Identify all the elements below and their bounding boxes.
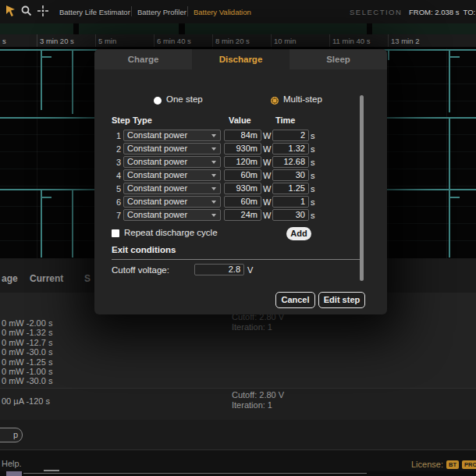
chevron-down-icon <box>211 134 216 137</box>
step-value-unit: W <box>263 171 271 180</box>
step-time-unit: s <box>311 211 315 220</box>
dialog-tab-discharge[interactable]: Discharge <box>192 49 290 69</box>
repeat-discharge-checkbox[interactable] <box>112 229 119 237</box>
status-bar: Help. License: BTPRO <box>0 449 476 472</box>
ruler-label: 8 min 20 s <box>215 37 250 45</box>
help-text[interactable]: Help. <box>2 459 22 468</box>
step-time-input[interactable]: 2 <box>272 130 309 141</box>
step-type-dropdown[interactable]: Constant power <box>123 156 221 168</box>
cutoff-voltage-input[interactable]: 2.8 <box>194 264 244 275</box>
waveform-segment <box>72 189 73 258</box>
step-value-input[interactable]: 60m <box>224 169 261 181</box>
selection-from-value: 2.038 s <box>435 8 459 16</box>
ruler-label: 13 min 2 <box>391 37 419 45</box>
repeat-discharge-label[interactable]: Repeat discharge cycle <box>124 228 218 237</box>
step-row-number: 1 <box>105 131 121 140</box>
bottom-strip-purple-segment <box>6 471 22 476</box>
step-value-unit: W <box>263 211 271 220</box>
ruler-label: 6 min 40 s <box>157 37 191 45</box>
step-value-unit: W <box>263 144 271 154</box>
step-row-number: 3 <box>105 158 121 167</box>
one-step-radio-label[interactable]: One step <box>166 94 203 104</box>
iteration-info-line: Iteration: 1 <box>232 400 272 410</box>
step-value-input[interactable]: 24m <box>224 209 261 221</box>
top-toolbar: Battery Life Estimator Battery Profiler … <box>0 0 476 24</box>
step-time-input[interactable]: 1.32 <box>272 143 309 155</box>
step-value-input[interactable]: 930m <box>224 143 261 155</box>
ruler-label: 5 min <box>98 37 116 45</box>
minimap-gap <box>73 23 79 34</box>
step-time-unit: s <box>311 158 315 167</box>
step-time-input[interactable]: 30 <box>272 209 309 221</box>
dialog-tab-charge[interactable]: Charge <box>94 49 192 69</box>
step-value-input[interactable]: 60m <box>224 196 261 208</box>
waveform-segment <box>42 197 52 198</box>
step-type-dropdown[interactable]: Constant power <box>123 183 221 194</box>
chevron-down-icon <box>211 161 216 164</box>
step-value-input[interactable]: 84m <box>224 130 261 141</box>
step-value-unit: W <box>263 131 271 140</box>
license-row: License: BTPRO <box>411 460 476 469</box>
step-value-input[interactable]: 120m <box>224 156 261 168</box>
exit-conditions-divider <box>112 259 360 260</box>
chevron-down-icon <box>211 174 216 177</box>
step-time-input[interactable]: 1 <box>272 196 309 208</box>
cutoff-voltage-unit: V <box>247 265 253 275</box>
dialog-scrollbar[interactable] <box>360 95 364 281</box>
step-row-number: 2 <box>105 144 121 154</box>
step-time-input[interactable]: 1.25 <box>272 183 309 194</box>
one-step-radio[interactable] <box>154 97 162 105</box>
tab-battery-life-estimator[interactable]: Battery Life Estimator <box>59 8 130 16</box>
multi-step-radio[interactable] <box>271 97 279 105</box>
step-type-dropdown[interactable]: Constant power <box>123 143 221 155</box>
background-step-line: 0 mW -30.0 s <box>2 347 52 357</box>
waveform-segment <box>41 49 42 110</box>
dialog-tab-sleep[interactable]: Sleep <box>290 49 387 69</box>
tab-battery-profiler[interactable]: Battery Profiler <box>137 8 186 16</box>
step-value-unit: W <box>263 158 271 167</box>
col-header-time: Time <box>275 115 295 125</box>
search-icon[interactable] <box>21 5 32 16</box>
background-step-line: 0 mW -1.32 s <box>2 328 52 337</box>
step-type-dropdown[interactable]: Constant power <box>123 130 221 141</box>
multi-step-radio-label[interactable]: Multi-step <box>283 94 322 104</box>
license-badge: BT <box>446 460 459 469</box>
time-ruler[interactable]: s3 min 20 s5 min6 min 40 s8 min 20 s10 m… <box>0 34 476 48</box>
overview-minimap[interactable] <box>0 23 476 34</box>
step-value-input[interactable]: 930m <box>224 183 261 194</box>
step-type-dropdown[interactable]: Constant power <box>123 209 221 221</box>
background-step-line: 0 mW -12.7 s <box>2 338 52 347</box>
bottom-strip-line <box>23 473 367 474</box>
ruler-divider <box>388 34 389 47</box>
background-step-line: 0 mW -1.25 s <box>2 357 52 367</box>
waveform-segment <box>72 49 73 114</box>
step-time-input[interactable]: 12.68 <box>272 156 309 168</box>
partial-edit-step-button[interactable]: p <box>0 428 23 442</box>
waveform-segment <box>450 56 460 58</box>
move-icon[interactable] <box>37 5 49 17</box>
ruler-label: 10 min <box>274 37 297 45</box>
tab-battery-validation[interactable]: Battery Validation <box>194 8 251 16</box>
col-header-step-type: Step Type <box>112 115 152 125</box>
panel-tab-next[interactable]: S <box>84 273 91 284</box>
panel-tab-current[interactable]: Current <box>30 273 63 284</box>
minimap-gap <box>367 23 372 34</box>
step-value-unit: W <box>263 184 271 194</box>
chevron-down-icon <box>211 214 216 217</box>
step-time-unit: s <box>311 184 315 194</box>
panel-tab-voltage[interactable]: age <box>2 273 18 284</box>
step-type-dropdown[interactable]: Constant power <box>123 169 221 181</box>
add-step-button[interactable]: Add <box>286 227 311 240</box>
ruler-divider <box>271 34 272 47</box>
step-time-input[interactable]: 30 <box>272 169 309 181</box>
cancel-button[interactable]: Cancel <box>275 292 315 308</box>
minimap-gap <box>179 23 185 34</box>
step-time-unit: s <box>311 171 315 180</box>
ruler-divider <box>154 34 155 47</box>
pointer-icon[interactable] <box>5 5 16 17</box>
selection-from-label: FROM: <box>409 8 433 16</box>
ruler-divider <box>95 34 96 47</box>
exit-conditions-title: Exit conditions <box>112 245 176 254</box>
edit-step-button[interactable]: Edit step <box>318 292 365 308</box>
step-type-dropdown[interactable]: Constant power <box>123 196 221 208</box>
